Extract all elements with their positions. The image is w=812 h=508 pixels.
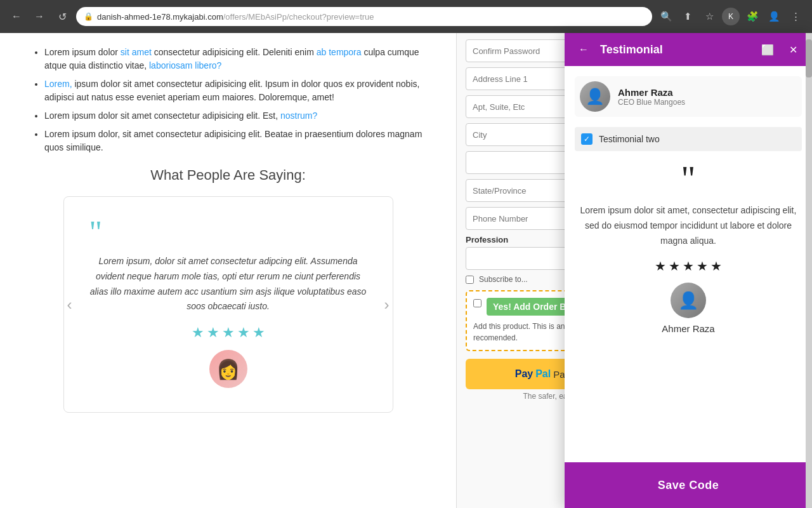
link[interactable]: laboriosam libero? bbox=[149, 60, 221, 70]
overlay-star-3: ★ bbox=[683, 258, 694, 274]
quote-icon: " bbox=[89, 216, 367, 248]
paypal-pal: Pal bbox=[535, 368, 551, 380]
overlay-avatar: 👤 bbox=[671, 283, 706, 318]
address-bar[interactable]: 🔒 danish-ahmed-1e78.mykajabi.com /offers… bbox=[76, 7, 652, 26]
browser-chrome: ← → ↺ 🔒 danish-ahmed-1e78.mykajabi.com /… bbox=[0, 0, 812, 33]
overlay-stars-row: ★ ★ ★ ★ ★ bbox=[575, 258, 802, 274]
star-5: ★ bbox=[252, 324, 265, 341]
carousel-next-button[interactable]: › bbox=[384, 296, 390, 314]
overlay-author-name: Ahmer Raza bbox=[575, 323, 802, 334]
overlay-body: 👤 Ahmer Raza CEO Blue Mangoes ✓ Testimon… bbox=[565, 66, 812, 462]
overlay-window-button[interactable]: ⬜ bbox=[759, 41, 776, 58]
lock-icon: 🔒 bbox=[84, 12, 93, 21]
link[interactable]: ab tempora bbox=[317, 47, 362, 57]
person-avatar: 👤 bbox=[580, 81, 610, 112]
person-name: Ahmer Raza bbox=[618, 87, 685, 98]
testimonial-card: ‹ " Lorem ipsum, dolor sit amet consecte… bbox=[63, 196, 393, 413]
testimonial-text: Lorem ipsum, dolor sit amet consectetur … bbox=[89, 254, 367, 314]
star-4: ★ bbox=[237, 324, 250, 341]
link[interactable]: Lorem, bbox=[44, 79, 72, 89]
ext-k-btn[interactable]: K bbox=[722, 8, 740, 25]
paypal-logo: Pay bbox=[515, 368, 533, 380]
back-button[interactable]: ← bbox=[8, 8, 25, 25]
overlay-star-2: ★ bbox=[669, 258, 680, 274]
testimonial-checkbox-row: ✓ Testimonial two bbox=[575, 127, 802, 151]
overlay-testimonial-text: Lorem ipsum dolor sit amet, consectetur … bbox=[575, 203, 802, 248]
left-panel: Lorem ipsum dolor sit amet consectetur a… bbox=[0, 33, 457, 508]
star-3: ★ bbox=[222, 324, 235, 341]
testimonial-overlay: ← Testimonial ⬜ ✕ 👤 Ahmer Raza CEO Blue … bbox=[565, 33, 812, 508]
overlay-footer: Save Code bbox=[565, 462, 812, 508]
menu-btn[interactable]: ⋮ bbox=[787, 8, 804, 25]
overlay-title: Testimonial bbox=[600, 43, 751, 57]
main-layout: Lorem ipsum dolor sit amet consectetur a… bbox=[0, 33, 812, 508]
testimonial-two-checkbox[interactable]: ✓ bbox=[581, 133, 593, 145]
person-role: CEO Blue Mangoes bbox=[618, 98, 685, 107]
search-action-btn[interactable]: 🔍 bbox=[657, 8, 675, 25]
url-path: /offers/MEbAsiPp/checkout?preview=true bbox=[223, 12, 374, 22]
testimonial-two-label: Testimonial two bbox=[599, 134, 660, 144]
refresh-button[interactable]: ↺ bbox=[53, 8, 71, 25]
list-item: Lorem, ipsum dolor sit amet consectetur … bbox=[44, 77, 431, 104]
url-main: danish-ahmed-1e78.mykajabi.com bbox=[97, 12, 223, 22]
testimonial-avatar: 👩 bbox=[209, 350, 247, 388]
list-item: Lorem ipsum dolor sit amet consectetur a… bbox=[44, 109, 431, 123]
share-action-btn[interactable]: ⬆ bbox=[679, 8, 697, 25]
section-heading: What People Are Saying: bbox=[25, 167, 431, 184]
list-item: Lorem ipsum dolor sit amet consectetur a… bbox=[44, 46, 431, 72]
overlay-quote-icon: " bbox=[575, 161, 802, 197]
list-item: Lorem ipsum dolor, sit amet consectetur … bbox=[44, 128, 431, 154]
star-1: ★ bbox=[192, 324, 204, 341]
profile-btn[interactable]: 👤 bbox=[765, 8, 783, 25]
bookmark-action-btn[interactable]: ☆ bbox=[700, 8, 718, 25]
ext-puzzle-btn[interactable]: 🧩 bbox=[743, 8, 761, 25]
bullet-list: Lorem ipsum dolor sit amet consectetur a… bbox=[25, 46, 431, 154]
subscribe-checkbox[interactable] bbox=[466, 276, 474, 284]
order-bump-checkbox[interactable] bbox=[473, 299, 481, 307]
save-code-button[interactable]: Save Code bbox=[573, 471, 803, 499]
subscribe-label: Subscribe to... bbox=[479, 275, 528, 284]
overlay-header: ← Testimonial ⬜ ✕ bbox=[565, 33, 812, 66]
overlay-back-button[interactable]: ← bbox=[575, 41, 593, 58]
scrollbar-thumb[interactable] bbox=[806, 39, 812, 77]
overlay-star-5: ★ bbox=[710, 258, 722, 274]
person-info: Ahmer Raza CEO Blue Mangoes bbox=[618, 87, 685, 107]
link[interactable]: nostrum? bbox=[280, 110, 317, 121]
overlay-star-1: ★ bbox=[655, 258, 666, 274]
link[interactable]: sit amet bbox=[121, 47, 152, 57]
page-scrollbar[interactable] bbox=[806, 33, 812, 508]
person-row: 👤 Ahmer Raza CEO Blue Mangoes bbox=[575, 76, 802, 117]
star-2: ★ bbox=[207, 324, 219, 341]
overlay-close-button[interactable]: ✕ bbox=[784, 41, 802, 58]
forward-button[interactable]: → bbox=[30, 8, 48, 25]
browser-actions: 🔍 ⬆ ☆ K 🧩 👤 ⋮ bbox=[657, 8, 804, 25]
carousel-prev-button[interactable]: ‹ bbox=[67, 296, 72, 314]
stars-row: ★ ★ ★ ★ ★ bbox=[89, 324, 367, 341]
overlay-star-4: ★ bbox=[697, 258, 708, 274]
